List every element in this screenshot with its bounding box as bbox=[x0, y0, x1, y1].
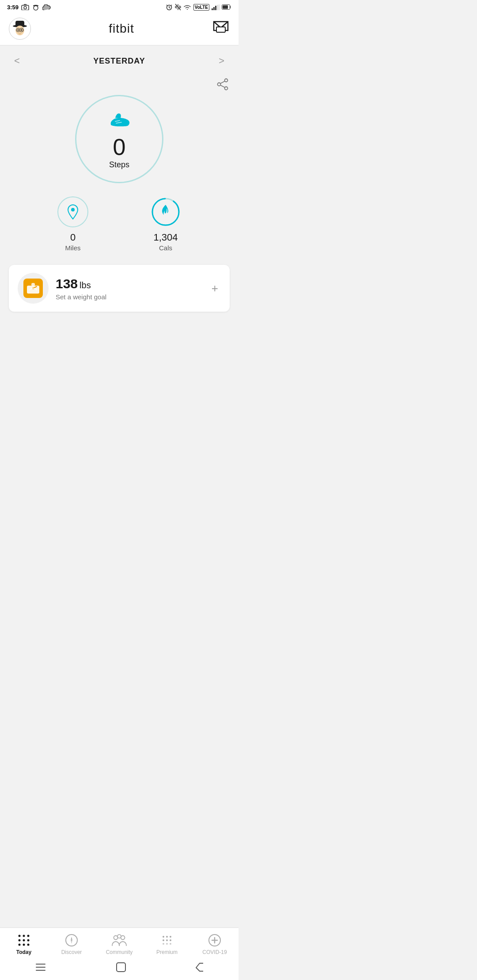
weight-icon-bg bbox=[18, 273, 49, 304]
weight-icon bbox=[23, 279, 43, 298]
share-row bbox=[0, 78, 238, 92]
steps-label: Steps bbox=[109, 160, 129, 170]
flame-icon bbox=[159, 204, 172, 218]
app-header: fitbit bbox=[0, 13, 238, 45]
weight-goal-label: Set a weight goal bbox=[56, 293, 209, 301]
status-icons-area: VoLTE bbox=[166, 4, 231, 11]
weight-unit: lbs bbox=[80, 280, 91, 290]
weight-value: 138 bbox=[56, 276, 78, 291]
svg-rect-10 bbox=[219, 4, 220, 10]
svg-rect-9 bbox=[217, 5, 218, 10]
status-bar: 3:59 VoLTE bbox=[0, 0, 238, 13]
wifi-icon bbox=[183, 4, 191, 10]
svg-rect-8 bbox=[215, 6, 216, 10]
cloud-icon bbox=[42, 4, 51, 10]
shoe-icon bbox=[107, 109, 132, 131]
svg-rect-21 bbox=[216, 27, 225, 32]
svg-rect-6 bbox=[212, 8, 213, 10]
scale-icon bbox=[26, 282, 40, 294]
mute-icon bbox=[175, 4, 181, 11]
svg-point-16 bbox=[18, 29, 19, 31]
prev-day-button[interactable]: < bbox=[11, 53, 23, 68]
miles-circle bbox=[57, 196, 88, 227]
svg-point-27 bbox=[71, 208, 75, 211]
miles-label: Miles bbox=[65, 244, 80, 252]
next-day-button[interactable]: > bbox=[215, 53, 228, 68]
volte-label: VoLTE bbox=[193, 4, 209, 11]
app-logo: fitbit bbox=[109, 22, 134, 36]
svg-point-24 bbox=[225, 87, 228, 90]
miles-stat[interactable]: 0 Miles bbox=[57, 196, 88, 252]
svg-rect-33 bbox=[31, 283, 35, 286]
stats-row: 0 Miles 1,304 Cals bbox=[0, 196, 238, 252]
steps-section: 0 Steps bbox=[75, 95, 163, 183]
svg-line-26 bbox=[220, 85, 225, 87]
svg-rect-0 bbox=[22, 5, 29, 10]
svg-rect-30 bbox=[27, 286, 39, 294]
cals-label: Cals bbox=[159, 244, 172, 252]
avatar[interactable] bbox=[9, 18, 31, 40]
status-time-area: 3:59 bbox=[7, 4, 51, 11]
inbox-icon bbox=[212, 20, 230, 36]
weight-display: 138lbs bbox=[56, 276, 209, 291]
miles-value: 0 bbox=[70, 232, 76, 243]
main-content: 0 Steps 0 Miles bbox=[0, 74, 238, 320]
inbox-button[interactable] bbox=[212, 20, 230, 38]
signal-icon bbox=[212, 4, 220, 10]
day-navigation: < YESTERDAY > bbox=[0, 45, 238, 74]
day-label: YESTERDAY bbox=[93, 57, 145, 66]
svg-rect-3 bbox=[33, 5, 38, 6]
location-icon bbox=[66, 204, 80, 220]
photo-icon bbox=[21, 4, 29, 10]
svg-line-25 bbox=[220, 81, 225, 83]
weight-add-button[interactable]: + bbox=[209, 282, 221, 295]
steps-circle[interactable]: 0 Steps bbox=[75, 95, 163, 183]
share-icon bbox=[216, 78, 229, 90]
cals-value: 1,304 bbox=[153, 232, 178, 243]
battery-icon bbox=[222, 4, 231, 10]
alarm-icon bbox=[166, 4, 173, 11]
svg-rect-12 bbox=[223, 5, 228, 9]
svg-point-1 bbox=[24, 7, 26, 9]
weight-info: 138lbs Set a weight goal bbox=[56, 276, 209, 301]
svg-rect-7 bbox=[213, 7, 215, 10]
svg-point-23 bbox=[218, 83, 221, 86]
svg-point-17 bbox=[21, 29, 23, 31]
cals-stat[interactable]: 1,304 Cals bbox=[150, 196, 181, 252]
spy-icon bbox=[32, 4, 40, 11]
svg-point-22 bbox=[225, 79, 228, 82]
share-button[interactable] bbox=[216, 78, 229, 92]
status-time: 3:59 bbox=[7, 4, 19, 11]
steps-value: 0 bbox=[113, 136, 126, 158]
weight-card[interactable]: 138lbs Set a weight goal + bbox=[9, 265, 230, 312]
svg-point-2 bbox=[34, 6, 38, 10]
avatar-image bbox=[9, 18, 30, 39]
